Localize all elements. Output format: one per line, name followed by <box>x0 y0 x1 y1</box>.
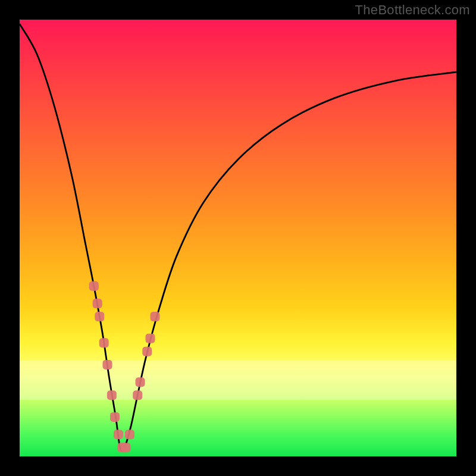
curve-marker <box>142 347 152 356</box>
bottleneck-curve <box>20 24 456 451</box>
curve-marker <box>103 360 112 369</box>
curve-marker <box>93 299 102 308</box>
curve-marker <box>151 312 160 321</box>
curve-marker <box>146 334 155 343</box>
curve-marker <box>89 281 99 291</box>
curve-marker <box>95 312 104 321</box>
curve-marker <box>107 390 117 400</box>
marker-group <box>89 281 160 453</box>
curve-marker <box>125 430 134 439</box>
curve-marker <box>133 390 142 400</box>
curve-marker <box>110 412 120 422</box>
curve-marker <box>99 338 109 347</box>
curve-marker <box>121 443 130 452</box>
curve-marker <box>114 430 123 439</box>
plot-svg <box>20 20 456 456</box>
watermark-text: TheBottleneck.com <box>355 2 470 18</box>
plot-area <box>20 20 456 456</box>
curve-marker <box>136 377 145 387</box>
chart-stage: TheBottleneck.com <box>0 0 476 476</box>
